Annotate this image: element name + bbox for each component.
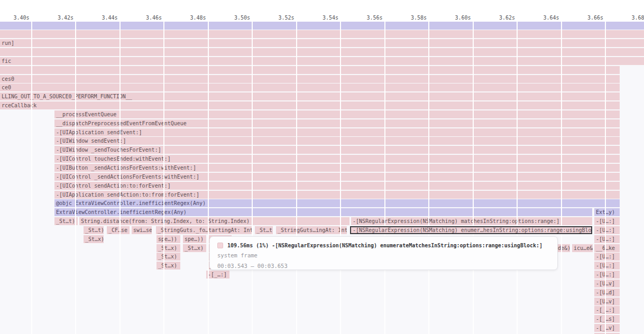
- flame-frame[interactable]: swi…se: [132, 226, 152, 234]
- tooltip-time-range: 00:03.543 — 00:03.653: [217, 261, 552, 270]
- flame-frame[interactable]: -[NSRegularExpression(NSMatching) matche…: [351, 217, 592, 225]
- ruler-tick-label: 3.62s: [478, 15, 515, 21]
- flame-frame[interactable]: fic: [0, 57, 644, 65]
- gridline: [163, 22, 164, 334]
- flame-frame[interactable]: _St…t): [255, 226, 273, 234]
- ruler-tick-label: 3.44s: [81, 15, 118, 21]
- instruments-flame-graph: 3.40s3.42s3.44s3.46s3.48s3.50s3.52s3.54s…: [0, 0, 644, 334]
- flame-frame[interactable]: @objc ExtraViewController.inefficientReg…: [54, 199, 620, 207]
- gridline: [296, 22, 297, 334]
- flame-frame[interactable]: -[U…:]: [594, 226, 620, 234]
- flame-frame[interactable]: [0, 22, 644, 30]
- time-ruler[interactable]: 3.40s3.42s3.44s3.46s3.48s3.50s3.52s3.54s…: [0, 0, 644, 22]
- ruler-tick-label: 3.58s: [390, 15, 427, 21]
- tooltip-title: 109.56ms (1%) -[NSRegularExpression(NSMa…: [227, 243, 542, 248]
- flame-frame[interactable]: -[U…:]: [594, 235, 620, 243]
- flame-frame[interactable]: -[UIControl _sendActionsForEvents:withEv…: [54, 173, 620, 181]
- flame-frame[interactable]: _StringGuts._fo…tartingAt: Int): [156, 226, 253, 234]
- flame-frame[interactable]: -[UIApplication sendEvent:]: [54, 128, 620, 136]
- flame-frame-selected[interactable]: -[NSRegularExpression(NSMatching) enumer…: [350, 226, 592, 234]
- flame-frame[interactable]: -[UIWindow _sendTouchesForEvent:]: [54, 146, 620, 154]
- ruler-tick-label: 3.46s: [125, 15, 162, 21]
- flame-frame[interactable]: -[UIApplication sendAction:to:from:forEv…: [54, 191, 620, 199]
- flame-frame[interactable]: __6…ke: [594, 244, 620, 252]
- gridline: [340, 22, 341, 334]
- gridline: [119, 22, 121, 334]
- ruler-tick-label: 3.66s: [566, 15, 603, 21]
- flame-frame[interactable]: -[UIButton _sendActionsForEvents:withEve…: [54, 164, 620, 172]
- frame-tooltip: 109.56ms (1%) -[NSRegularExpression(NSMa…: [209, 236, 558, 270]
- flame-frame[interactable]: spe…)): [157, 235, 180, 243]
- flame-frame[interactable]: ces0: [0, 75, 620, 83]
- ruler-tick-label: 3.50s: [213, 15, 250, 21]
- flame-frame[interactable]: -[UIControl sendAction:to:forEvent:]: [54, 182, 620, 190]
- gridline: [31, 22, 32, 334]
- flame-frame[interactable]: _CF…se: [107, 226, 130, 234]
- gridline: [428, 22, 429, 334]
- flame-frame[interactable]: -[U…:]: [594, 253, 620, 261]
- flame-frame[interactable]: _St…x): [157, 253, 180, 261]
- flame-frame[interactable]: _St…t): [54, 217, 78, 225]
- flame-frame[interactable]: _St…x): [183, 244, 206, 252]
- flame-frame[interactable]: de&): [556, 244, 570, 252]
- flame-frame[interactable]: _St…x): [157, 244, 180, 252]
- gridline: [473, 22, 474, 334]
- flame-frame[interactable]: -[_…:]: [594, 306, 620, 314]
- flame-frame[interactable]: _St…t): [84, 226, 104, 234]
- gridline: [517, 22, 518, 334]
- flame-frame[interactable]: -[_…s]: [594, 315, 620, 323]
- gridline: [75, 22, 76, 334]
- ruler-tick-label: 3.68s: [611, 15, 644, 21]
- gridline: [384, 22, 385, 334]
- flame-frame[interactable]: -[_…v]: [594, 324, 620, 332]
- ruler-tick-label: 3.64s: [522, 15, 559, 21]
- ruler-tick-label: 3.54s: [301, 15, 338, 21]
- gridline: [208, 22, 209, 334]
- gridline: [252, 22, 253, 334]
- ruler-tick-label: 3.40s: [0, 15, 30, 21]
- flame-frame[interactable]: run]: [0, 39, 644, 47]
- flame-frame[interactable]: -[U…v]: [594, 280, 620, 287]
- flame-frame[interactable]: icu…e&): [572, 244, 593, 252]
- flame-frame[interactable]: -[U…:]: [594, 217, 620, 225]
- flame-frame[interactable]: -[_…:]: [206, 271, 229, 279]
- frame-color-swatch-icon: [217, 243, 223, 248]
- flame-frame[interactable]: ExtraViewController.inefficientRegex(Any…: [54, 208, 592, 216]
- tooltip-frame-kind: system frame: [217, 250, 552, 261]
- flame-frame[interactable]: _StringGuts…ingAt: Int): [276, 226, 347, 234]
- flame-frame[interactable]: ce0: [0, 84, 620, 91]
- flame-frame[interactable]: -[UIControl touchesEnded:withEvent:]: [54, 155, 620, 163]
- flame-frame[interactable]: __processEventQueue: [54, 110, 620, 118]
- flame-frame[interactable]: -[U…d]: [594, 289, 620, 296]
- flame-frame[interactable]: _St…x): [157, 262, 180, 270]
- gridline: [605, 22, 606, 334]
- flame-frame[interactable]: -[U…:]: [594, 271, 620, 279]
- flame-frame[interactable]: [0, 30, 644, 38]
- flame-frame[interactable]: [0, 66, 620, 74]
- flame-frame[interactable]: Ext…y): [594, 208, 620, 216]
- flame-frame[interactable]: rceCallback: [0, 101, 620, 109]
- ruler-tick-label: 3.60s: [434, 15, 471, 21]
- tooltip-header: 109.56ms (1%) -[NSRegularExpression(NSMa…: [217, 240, 552, 250]
- ruler-tick-label: 3.56s: [346, 15, 383, 21]
- flame-frame[interactable]: -[U…:]: [594, 262, 620, 270]
- ruler-tick-label: 3.52s: [257, 15, 295, 21]
- flame-frame[interactable]: __dispatchPreprocessedEventFromEventQueu…: [54, 119, 620, 127]
- ruler-tick-label: 3.42s: [36, 15, 73, 21]
- flame-frame[interactable]: LLING_OUT_TO_A_SOURCE0_PERFORM_FUNCTION_…: [0, 92, 620, 100]
- flame-frame[interactable]: spe…)): [183, 235, 206, 243]
- flame-frame[interactable]: [0, 48, 644, 56]
- gridline: [561, 22, 562, 334]
- flame-frame[interactable]: _St…x): [84, 235, 104, 243]
- flame-frame[interactable]: -[UIWindow sendEvent:]: [54, 137, 620, 145]
- ruler-tick-label: 3.48s: [169, 15, 206, 21]
- flame-frame[interactable]: -[U…v]: [594, 298, 620, 305]
